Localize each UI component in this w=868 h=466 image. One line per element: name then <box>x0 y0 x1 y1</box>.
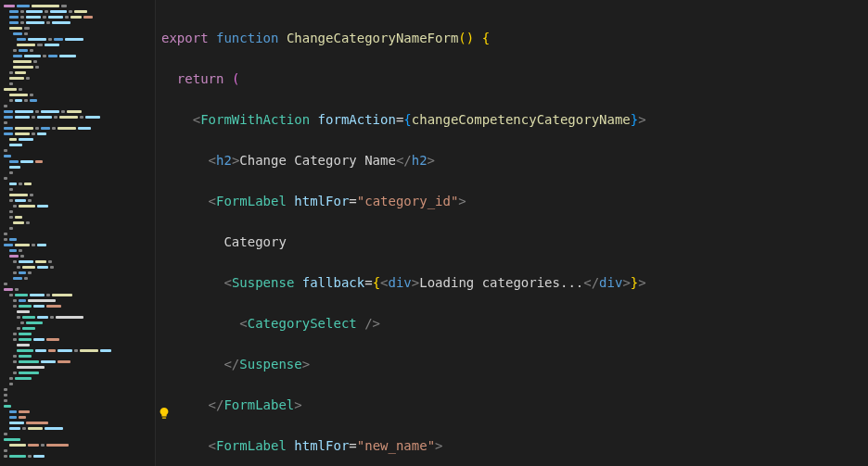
lightbulb-icon[interactable] <box>158 406 171 419</box>
fn-name: ChangeCategoryNameForm <box>287 31 458 45</box>
code-editor[interactable]: export function ChangeCategoryNameForm()… <box>156 0 868 466</box>
attr-fallback: fallback <box>302 275 364 290</box>
minimap[interactable] <box>0 0 156 466</box>
editor-root: export function ChangeCategoryNameForm()… <box>0 0 868 466</box>
h2-text: Change Category Name <box>239 153 396 168</box>
code-block: export function ChangeCategoryNameForm()… <box>161 7 868 466</box>
label-category: Category <box>223 234 286 249</box>
val-htmlfor-2: new_name <box>364 438 427 453</box>
jsx-formlabel-1-close: FormLabel <box>223 397 294 412</box>
val-htmlfor-1: category_id <box>364 194 451 208</box>
attr-formaction: formAction <box>318 112 396 127</box>
jsx-suspense-close: Suspense <box>239 357 301 372</box>
attr-htmlfor-1: htmlFor <box>294 194 349 208</box>
tag-h2: h2 <box>216 153 232 168</box>
tag-h2-close: h2 <box>412 153 428 168</box>
jsx-formlabel-2: FormLabel <box>216 438 287 453</box>
kw-export: export <box>161 31 209 45</box>
val-formaction: changeCompetencyCategoryName <box>412 112 631 127</box>
jsx-formwithaction: FormWithAction <box>200 112 310 127</box>
attr-htmlfor-2: htmlFor <box>294 438 349 453</box>
kw-function: function <box>216 31 278 45</box>
kw-return: return <box>177 71 224 86</box>
svg-rect-0 <box>162 417 166 418</box>
jsx-suspense: Suspense <box>232 275 294 290</box>
tag-div: div <box>389 275 412 290</box>
jsx-formlabel-1: FormLabel <box>216 194 287 208</box>
jsx-categoryselect: CategorySelect <box>248 316 357 331</box>
tag-div-close: div <box>599 275 622 290</box>
fallback-text: Loading categories... <box>419 275 583 290</box>
